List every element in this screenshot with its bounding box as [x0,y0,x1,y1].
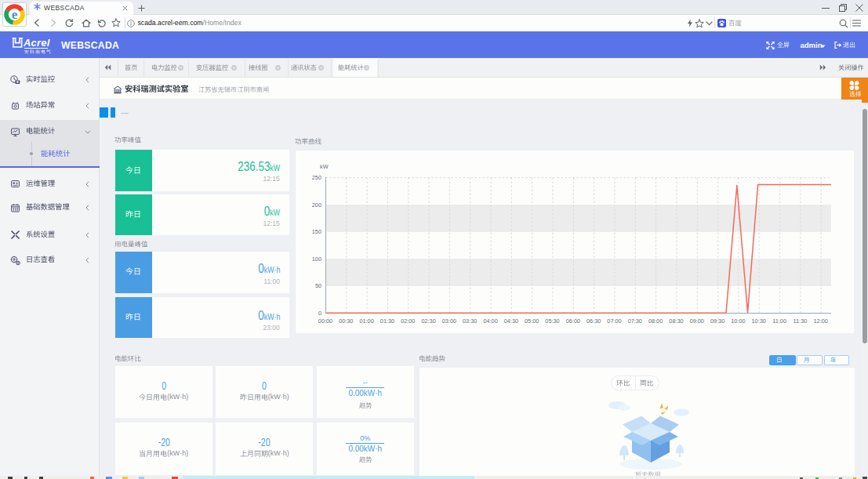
svg-text:e: e [12,7,18,22]
